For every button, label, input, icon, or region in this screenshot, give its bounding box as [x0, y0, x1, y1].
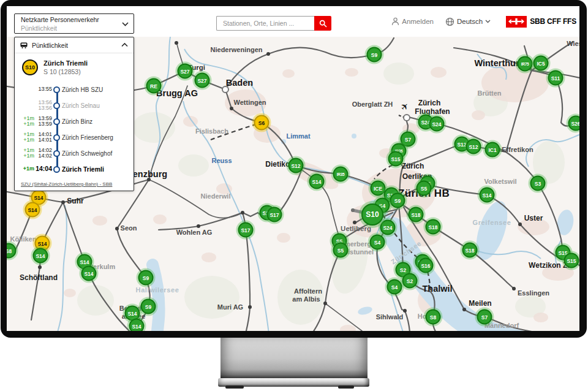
line-badge-s27[interactable]: S27 — [195, 73, 210, 88]
train-meta: Zürich Triemli S 10 (12853) — [43, 59, 88, 75]
station-dot — [512, 287, 516, 290]
stop-station-name: Zürich Triemli — [61, 165, 104, 173]
line-badge-ir75[interactable]: IR75 — [518, 56, 533, 72]
line-badge-s18[interactable]: S18 — [462, 243, 478, 258]
line-badge-s18[interactable]: S18 — [409, 207, 424, 222]
line-badge-s5[interactable]: S5 — [333, 243, 349, 258]
language-selector[interactable]: Deutsch — [445, 17, 491, 26]
stop-delay: +1m+1m — [17, 148, 34, 159]
timeline-stop-row: +1m+1m14:0114:01Zürich Friesenberg — [17, 129, 131, 145]
header-right: Anmelden Deutsch SBB CFF FFS — [391, 6, 576, 37]
panel-collapse-header[interactable]: Pünktlichkeit — [15, 37, 134, 53]
line-badge-s2[interactable]: S2 — [402, 273, 418, 289]
map-city-label: Flughafen — [415, 107, 450, 116]
line-badge-s9[interactable]: S9 — [138, 270, 154, 286]
station-dot — [38, 265, 42, 269]
stop-station-name: Zürich Selnau — [61, 102, 100, 109]
line-badge-s16[interactable]: S16 — [418, 258, 434, 273]
sbb-flag-icon — [506, 16, 527, 28]
line-badge-ic5[interactable]: IC5 — [533, 56, 549, 71]
train-icon — [20, 42, 28, 48]
search-input[interactable] — [216, 16, 314, 31]
line-badge-s14[interactable]: S14 — [33, 248, 48, 264]
map-city-label: enzburg — [133, 169, 167, 179]
station-dot — [241, 211, 244, 214]
line-badge-s11[interactable]: S11 — [548, 70, 564, 86]
map-city-label: Zürich — [418, 99, 441, 107]
line-badge-s5[interactable]: S5 — [417, 181, 432, 196]
line-badge-s27[interactable]: S27 — [178, 64, 193, 79]
line-badge-s9[interactable]: S9 — [141, 299, 156, 314]
chevron-down-icon — [485, 20, 491, 23]
line-badge-s24[interactable]: S24 — [380, 220, 396, 235]
line-badge-s12[interactable]: S12 — [288, 158, 304, 173]
station-dot — [518, 222, 522, 226]
search-button[interactable] — [314, 16, 331, 31]
globe-icon — [445, 17, 454, 26]
map-city-label: Hallwilersee — [136, 286, 179, 294]
line-badge-s14[interactable]: S14 — [480, 188, 495, 203]
stop-station-name: Zürich Friesenberg — [61, 134, 113, 141]
line-badge-s14[interactable]: S14 — [25, 202, 40, 218]
monitor-bezel: NiederweningenTurgiBadenBrugg AGWettinge… — [1, 0, 587, 338]
line-badge-s17[interactable]: S17 — [238, 222, 254, 238]
line-badge-s4[interactable]: S4 — [370, 235, 385, 250]
map-city-label: Fislisbach — [195, 127, 228, 135]
line-badge-s9[interactable]: S9 — [367, 47, 382, 63]
stop-station-name: Zürich Binz — [61, 118, 92, 125]
line-badge-s9[interactable]: S9 — [390, 193, 405, 208]
stop-time: 14:0214:02 — [36, 148, 52, 159]
line-badge-s24[interactable]: S24 — [429, 116, 445, 132]
line-badge-s6[interactable]: S6 — [254, 115, 270, 131]
station-dot — [403, 309, 407, 313]
line-badge-ic1[interactable]: IC1 — [485, 142, 500, 158]
line-badge-s15[interactable]: S15 — [388, 151, 404, 167]
map-city-label: am Albis — [292, 295, 320, 303]
line-badge-s10[interactable]: S10 — [361, 203, 383, 226]
map-city-label: Oberglatt ZH — [352, 101, 393, 108]
line-badge-s12[interactable]: S12 — [466, 139, 481, 154]
line-badge-re[interactable]: RE — [146, 78, 162, 94]
chevron-down-icon — [122, 22, 129, 26]
sbb-logo: SBB CFF FFS — [506, 16, 576, 28]
line-badge-s3[interactable]: S3 — [530, 176, 546, 191]
stop-marker-dot — [53, 150, 60, 157]
monitor-foot — [225, 385, 244, 389]
layer-dropdown-subtitle: Pünktlichkeit — [21, 25, 120, 32]
stop-marker — [52, 102, 61, 109]
stop-marker-dot — [53, 102, 60, 109]
map-city-label: Männedorf — [484, 322, 519, 329]
line-badge-ir35[interactable]: IR35 — [333, 167, 349, 182]
line-badge-s14[interactable]: S14 — [309, 174, 325, 189]
timeline-stop-row: +1m+1m13:5913:59Zürich Binz — [17, 113, 131, 129]
station-dot — [197, 224, 200, 228]
train-number: S 10 (12853) — [43, 68, 88, 75]
line-badge-s26[interactable]: S26 — [568, 116, 580, 131]
map-city-label: Niederwil — [201, 192, 231, 200]
station-dot — [230, 107, 233, 110]
layer-dropdown[interactable]: Netzkarte Personenverkehr Pünktlichkeit — [14, 13, 134, 34]
map-city-label: Wettingen — [234, 99, 266, 106]
map-city-label: Effretikon — [502, 146, 533, 153]
timeline-stop-row: 13:55Zürich HB SZU — [17, 82, 131, 97]
line-badge-s14[interactable]: S14 — [81, 266, 97, 281]
line-badge-s14[interactable]: S14 — [129, 319, 145, 332]
line-badge-s4[interactable]: S4 — [387, 279, 402, 295]
monitor-stand-neck — [221, 338, 368, 378]
operator-link[interactable]: SZU (Sihltal-Zürich-Uetliberg-Bahn) - SB… — [21, 181, 112, 187]
line-badge-s8[interactable]: S8 — [426, 309, 441, 325]
train-line-badge: S10 — [22, 59, 38, 75]
panel-title: Pünktlichkeit — [32, 42, 121, 49]
station-dot — [248, 305, 252, 309]
line-badge-s18[interactable]: S18 — [426, 219, 441, 235]
app-header: Netzkarte Personenverkehr Pünktlichkeit … — [7, 6, 579, 37]
map-city-label: Schöftland — [20, 273, 58, 282]
line-badge-s17[interactable]: S17 — [267, 207, 282, 222]
login-button[interactable]: Anmelden — [391, 17, 434, 26]
map-city-label: Suhr — [67, 197, 83, 205]
line-badge-s7[interactable]: S7 — [477, 309, 492, 325]
line-badge-s15[interactable]: S15 — [564, 253, 579, 268]
map-city-label: Muri AG — [217, 303, 243, 311]
station-dot — [462, 308, 466, 311]
stop-time: 14:04 — [36, 166, 52, 172]
